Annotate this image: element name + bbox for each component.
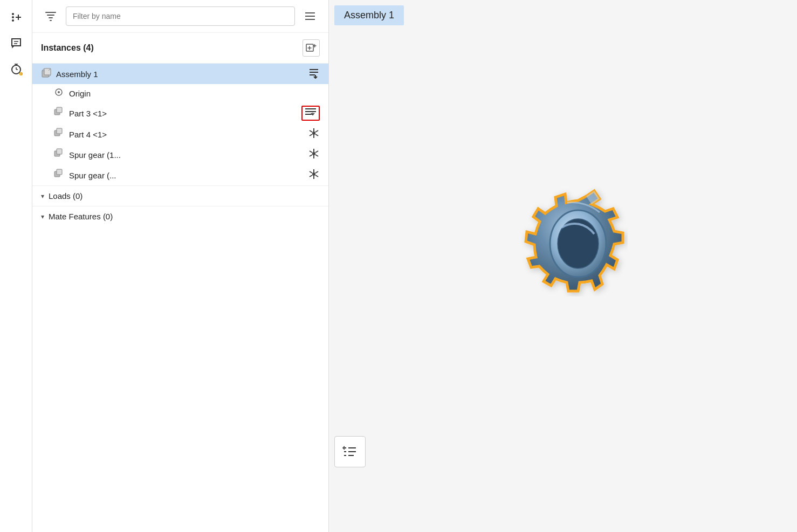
part3-icon — [54, 107, 65, 120]
svg-line-41 — [315, 130, 318, 132]
panel-filter-row — [32, 0, 328, 33]
loads-label: Loads (0) — [49, 191, 83, 201]
svg-line-60 — [310, 171, 312, 173]
spurgear2-icon — [54, 169, 65, 182]
svg-rect-30 — [57, 107, 62, 113]
svg-point-1 — [12, 16, 14, 18]
mate-features-chevron-icon: ▾ — [41, 213, 44, 220]
list-view-button[interactable] — [300, 6, 320, 26]
tree-item-part3[interactable]: Part 3 <1> — [32, 102, 328, 124]
svg-point-2 — [12, 19, 14, 22]
loads-section[interactable]: ▾ Loads (0) — [32, 185, 328, 206]
svg-line-59 — [315, 171, 318, 173]
tree-item-assembly1[interactable]: Assembly 1 — [32, 64, 328, 84]
part3-action-icon[interactable] — [301, 106, 320, 121]
tree-list: Assembly 1 — [32, 64, 328, 185]
svg-rect-36 — [57, 128, 62, 134]
instances-panel: Instances (4) — [32, 0, 329, 532]
list-toggle-button[interactable] — [334, 436, 366, 467]
part4-action-icon[interactable] — [308, 127, 320, 141]
sidebar-chat-icon[interactable] — [5, 32, 27, 54]
mate-features-label: Mate Features (0) — [49, 212, 113, 221]
svg-line-22 — [49, 75, 51, 77]
svg-point-55 — [312, 172, 315, 176]
assembly-badge: Assembly 1 — [334, 5, 404, 25]
origin-icon — [54, 87, 65, 99]
spurgear1-action-icon[interactable] — [308, 148, 320, 162]
tree-item-part4[interactable]: Part 4 <1> — [32, 124, 328, 144]
svg-line-40 — [310, 134, 312, 136]
svg-point-46 — [312, 152, 315, 155]
filter-button[interactable] — [41, 6, 60, 26]
instances-header: Instances (4) — [32, 33, 328, 64]
tree-item-spurgear1[interactable]: Spur gear (1... — [32, 144, 328, 165]
tree-item-origin[interactable]: Origin — [32, 84, 328, 102]
spurgear2-action-icon[interactable] — [308, 168, 320, 182]
part4-icon — [54, 128, 65, 141]
svg-line-51 — [310, 151, 312, 153]
assembly-cube-icon — [41, 67, 52, 80]
spurgear1-label: Spur gear (1... — [69, 150, 304, 160]
svg-line-50 — [315, 151, 318, 153]
svg-line-52 — [315, 155, 318, 156]
part3-label: Part 3 <1> — [69, 109, 297, 118]
svg-line-20 — [42, 68, 44, 71]
svg-point-28 — [58, 91, 60, 93]
icon-sidebar: ! — [0, 0, 32, 532]
loads-chevron-icon: ▾ — [41, 192, 44, 200]
sidebar-timer-icon[interactable]: ! — [5, 58, 27, 80]
svg-point-37 — [312, 132, 315, 135]
svg-rect-54 — [57, 169, 62, 175]
mate-features-section[interactable]: ▾ Mate Features (0) — [32, 206, 328, 226]
svg-line-42 — [310, 130, 312, 132]
assembly1-action-icon[interactable] — [308, 67, 320, 81]
filter-input[interactable] — [66, 6, 295, 26]
viewport: Assembly 1 — [329, 0, 797, 532]
origin-label: Origin — [69, 89, 320, 98]
svg-line-58 — [310, 175, 312, 177]
gear-visualization — [484, 164, 689, 369]
svg-line-49 — [310, 155, 312, 156]
svg-rect-45 — [57, 149, 62, 154]
add-instance-button[interactable] — [303, 39, 320, 57]
spurgear2-label: Spur gear (... — [69, 171, 304, 180]
assembly1-label: Assembly 1 — [56, 70, 304, 79]
svg-point-0 — [12, 13, 14, 15]
part4-label: Part 4 <1> — [69, 130, 304, 139]
svg-line-61 — [315, 175, 318, 177]
instances-label: Instances (4) — [41, 43, 94, 53]
svg-line-43 — [315, 134, 318, 136]
tree-item-spurgear2[interactable]: Spur gear (... — [32, 165, 328, 185]
spurgear1-icon — [54, 148, 65, 161]
sidebar-dots-plus-icon[interactable] — [5, 6, 27, 28]
